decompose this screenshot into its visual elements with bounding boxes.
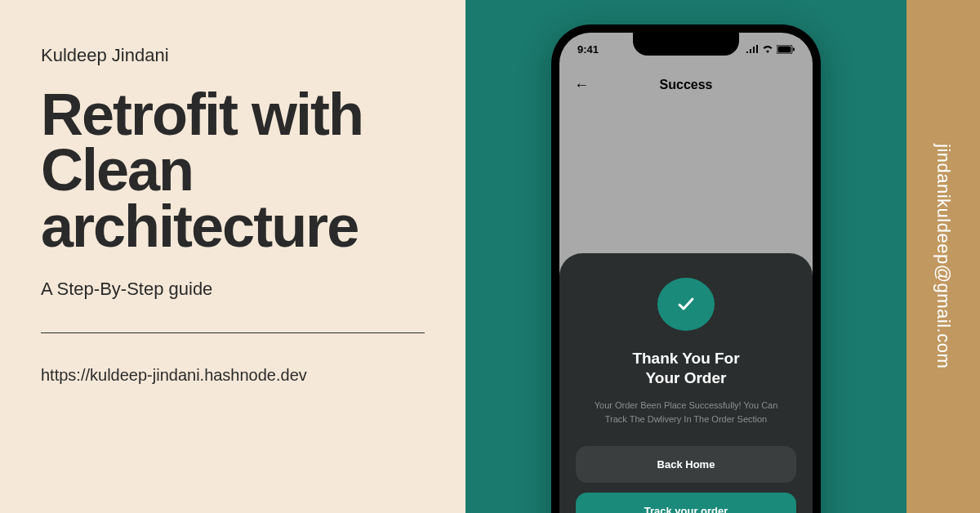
phone-notch [633, 33, 739, 56]
svg-rect-1 [778, 46, 791, 52]
wifi-icon [762, 45, 773, 53]
sheet-description: Your Order Been Place Successfully! You … [576, 399, 796, 426]
screen-title: Success [660, 78, 713, 92]
sheet-title: Thank You For Your Order [632, 349, 739, 389]
signal-icon [746, 45, 759, 53]
right-panel: jindanikuldeep@gmail.com [906, 0, 980, 513]
success-sheet: Thank You For Your Order Your Order Been… [559, 253, 813, 513]
success-check-icon [657, 278, 715, 331]
contact-email: jindanikuldeep@gmail.com [933, 144, 954, 368]
blog-url: https://kuldeep-jindani.hashnode.dev [41, 366, 425, 385]
phone-mockup-panel: 9:41 ← Success Thank You For Your Order [466, 0, 906, 513]
sheet-title-line: Thank You For [632, 350, 739, 367]
article-title: Retrofit with Clean architecture [41, 87, 425, 254]
back-arrow-icon[interactable]: ← [574, 77, 589, 94]
status-time: 9:41 [577, 43, 599, 56]
sheet-title-line: Your Order [646, 369, 727, 386]
divider [41, 332, 425, 333]
back-home-button[interactable]: Back Home [576, 446, 796, 483]
track-order-button[interactable]: Track your order [576, 493, 796, 513]
author-name: Kuldeep Jindani [41, 45, 425, 66]
battery-icon [777, 45, 795, 54]
svg-rect-2 [793, 47, 795, 51]
left-panel: Kuldeep Jindani Retrofit with Clean arch… [0, 0, 466, 513]
phone-screen: 9:41 ← Success Thank You For Your Order [559, 33, 813, 513]
article-subtitle: A Step-By-Step guide [41, 279, 425, 300]
app-header: ← Success [559, 65, 813, 105]
phone-frame: 9:41 ← Success Thank You For Your Order [551, 25, 821, 513]
status-indicators [746, 45, 795, 54]
title-line: architecture [41, 194, 358, 259]
